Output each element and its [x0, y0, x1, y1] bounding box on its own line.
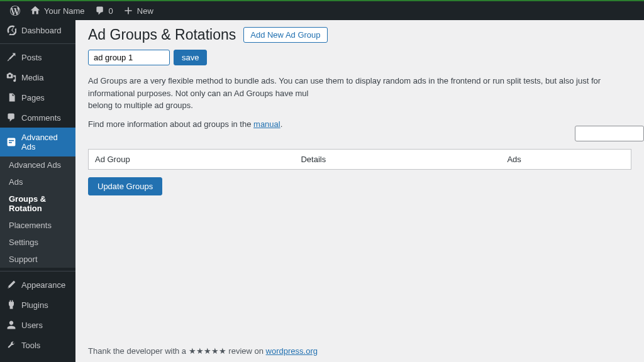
menu-separator [0, 43, 75, 44]
submenu-item-ads[interactable]: Ads [0, 173, 75, 190]
pin-icon [6, 52, 16, 62]
wrench-icon [6, 340, 16, 350]
comments-count: 0 [109, 6, 113, 16]
new-content[interactable]: New [118, 1, 158, 20]
footer-text: Thank the developer with a ★★★★★ review … [88, 346, 318, 356]
table-header-details: Details [294, 150, 501, 170]
group-name-input[interactable] [88, 50, 170, 65]
sidebar-item-media[interactable]: Media [0, 67, 75, 87]
sidebar-label: Media [21, 73, 43, 82]
sidebar-item-appearance[interactable]: Appearance [0, 275, 75, 295]
submenu-item-settings[interactable]: Settings [0, 234, 75, 251]
page-title: Ad Groups & Rotations [88, 26, 236, 43]
wp-logo[interactable] [5, 1, 25, 20]
wordpress-org-link[interactable]: wordpress.org [266, 346, 318, 356]
site-home[interactable]: Your Name [25, 1, 90, 20]
plugin-icon [6, 300, 16, 310]
new-label: New [137, 6, 153, 16]
dashboard-icon [6, 25, 16, 35]
sidebar-label: Posts [21, 53, 42, 62]
sidebar-label: Users [21, 321, 43, 330]
save-button[interactable]: save [174, 50, 207, 65]
search-container [575, 126, 644, 141]
admin-topbar: Your Name 0 New [0, 0, 644, 20]
table-header-ads: Ads [501, 150, 631, 170]
sidebar-item-advanced-ads[interactable]: Advanced Ads [0, 128, 75, 156]
submenu-item-overview[interactable]: Advanced Ads [0, 156, 75, 173]
sidebar-item-comments[interactable]: Comments [0, 107, 75, 128]
update-groups-button[interactable]: Update Groups [88, 177, 162, 195]
submenu-advanced-ads: Advanced Ads Ads Groups & Rotation Place… [0, 156, 75, 268]
brush-icon [6, 280, 16, 290]
sidebar-item-posts[interactable]: Posts [0, 47, 75, 67]
sidebar-label: Pages [21, 93, 45, 102]
home-icon [30, 6, 40, 16]
submenu-item-placements[interactable]: Placements [0, 217, 75, 234]
menu-separator [0, 271, 75, 272]
site-name: Your Name [44, 6, 85, 16]
comment-icon [6, 112, 16, 123]
media-icon [6, 72, 16, 82]
sidebar-item-plugins[interactable]: Plugins [0, 295, 75, 315]
svg-rect-2 [9, 142, 12, 143]
search-input[interactable] [575, 126, 644, 141]
description-text-2: Find more information about ad groups in… [88, 118, 631, 131]
svg-rect-1 [9, 140, 14, 141]
sidebar-item-tools[interactable]: Tools [0, 335, 75, 355]
stars: ★★★★★ [189, 346, 226, 356]
plus-icon [123, 6, 133, 16]
sidebar-label: Dashboard [21, 26, 62, 35]
admin-sidebar: Dashboard Posts Media Pages Comments Adv… [0, 20, 75, 362]
sidebar-item-users[interactable]: Users [0, 315, 75, 335]
main-content: Ad Groups & Rotations Add New Ad Group s… [75, 20, 644, 362]
add-new-ad-group-button[interactable]: Add New Ad Group [243, 27, 327, 43]
submenu-item-groups[interactable]: Groups & Rotation [0, 190, 75, 217]
comments-bubble[interactable]: 0 [90, 1, 118, 20]
page-icon [6, 92, 16, 102]
manual-link[interactable]: manual [253, 119, 280, 129]
sidebar-label: Advanced Ads [21, 133, 69, 151]
sidebar-label: Appearance [21, 280, 65, 290]
ads-icon [6, 137, 16, 147]
sidebar-item-settings[interactable]: Settings [0, 355, 75, 362]
description-text-1: Ad Groups are a very flexible method to … [88, 75, 631, 112]
ad-groups-table: Ad Group Details Ads [88, 149, 631, 170]
submenu-item-support[interactable]: Support [0, 251, 75, 268]
users-icon [6, 320, 16, 330]
sidebar-item-dashboard[interactable]: Dashboard [0, 20, 75, 40]
table-header-adgroup: Ad Group [89, 150, 295, 170]
sidebar-label: Tools [21, 341, 40, 350]
sidebar-label: Plugins [21, 300, 48, 310]
sidebar-label: Comments [21, 113, 61, 123]
sidebar-item-pages[interactable]: Pages [0, 87, 75, 107]
comment-icon [95, 6, 105, 16]
wordpress-icon [10, 6, 20, 16]
